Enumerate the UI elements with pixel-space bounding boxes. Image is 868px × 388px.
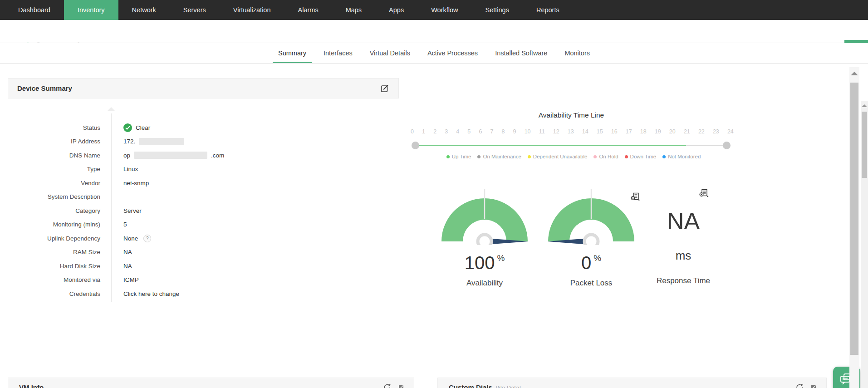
nav-item-network[interactable]: Network [118,0,170,20]
tab-active-processes[interactable]: Active Processes [426,43,480,63]
custom-dials-panel: Custom Dials [No Data] [437,378,827,388]
tab-installed-software[interactable]: Installed Software [493,43,549,63]
slider-handle-end[interactable] [723,142,731,149]
timeline-legend: Up Time On Maintenance Dependent Unavail… [412,154,735,159]
help-icon[interactable]: ? [143,235,151,242]
timeline-tick: 23 [713,128,719,135]
tab-summary[interactable]: Summary [276,43,308,63]
response-time-value: NA [638,205,729,237]
timeline-tick: 17 [626,128,632,135]
refresh-icon[interactable] [796,383,804,388]
device-summary-header: Device Summary [8,78,399,98]
field-category: Category Server [8,204,399,218]
window-scrollbar[interactable] [861,101,868,388]
availability-value: 100% [439,248,530,273]
field-ip-address: IP Address 172. [8,135,399,149]
timeline-tick: 22 [698,128,705,135]
availability-timeline-title: Availability Time Line [435,111,707,119]
gauge-dial [439,182,530,245]
tab-monitors[interactable]: Monitors [563,43,592,63]
nav-item-inventory[interactable]: Inventory [64,0,118,20]
legend-up-time: Up Time [446,154,471,159]
resize-icon[interactable] [398,385,404,388]
nav-item-dashboard[interactable]: Dashboard [5,0,64,20]
timeline-slider [412,141,734,149]
status-clear-icon [123,123,132,132]
field-monitoring-interval: Monitoring (mins) 5 [8,218,399,232]
timeline-tick: 6 [479,128,482,135]
nav-item-apps[interactable]: Apps [375,0,417,20]
timeline-tick: 19 [655,128,661,135]
top-navigation: Dashboard Inventory Network Servers Virt… [0,0,868,20]
legend-dependent-unavailable: Dependent Unavailable [528,154,588,159]
field-system-description: System Description [8,190,399,204]
dns-prefix: op [123,152,130,159]
opmanager-app: Dashboard Inventory Network Servers Virt… [0,0,868,388]
nav-item-workflow[interactable]: Workflow [417,0,471,20]
nav-item-alarms[interactable]: Alarms [284,0,332,20]
timeline-tick: 9 [513,128,516,135]
timeline-tick: 2 [433,128,436,135]
scrollbar-thumb[interactable] [850,83,858,355]
field-uplink-dependency: Uplink Dependency None ? [8,231,399,246]
refresh-icon[interactable] [383,383,391,388]
scroll-up-arrow[interactable] [862,104,867,107]
legend-dot [593,155,597,158]
edit-device-icon[interactable] [381,84,389,93]
slider-handle-start[interactable] [412,142,419,149]
status-value: Clear [136,124,150,131]
timeline-tick: 0 [411,128,414,135]
legend-on-hold: On Hold [593,154,618,159]
tab-virtual-details[interactable]: Virtual Details [368,43,412,63]
field-dns-name: DNS Name op .com [8,148,399,162]
content-scrollbar[interactable] [849,67,859,388]
empty-track [686,145,727,146]
timeline-tick: 5 [467,128,471,135]
timeline-tick: 12 [553,128,559,135]
nav-item-settings[interactable]: Settings [472,0,523,20]
redacted-ip [139,138,184,145]
scroll-up-arrow[interactable] [851,72,858,75]
packet-loss-gauge: 0% Packet Loss [546,182,637,288]
legend-not-monitored: Not Monitored [662,154,701,159]
nav-item-reports[interactable]: Reports [523,0,573,20]
packet-loss-report-icon[interactable] [631,192,640,201]
field-credentials: Credentials Click here to change [8,287,399,301]
legend-dot [662,155,666,158]
dns-suffix: .com [211,152,224,159]
timeline-tick: 18 [640,128,647,135]
availability-gauge: 100% Availability [439,182,530,288]
uptime-track [415,145,686,146]
timeline-tick: 15 [597,128,603,135]
packet-loss-label: Packet Loss [546,279,637,288]
collapse-caret-icon[interactable] [107,107,115,111]
vm-info-panel: VM Info [8,378,414,388]
legend-on-maintenance: On Maintenance [477,154,521,159]
field-ram-size: RAM Size NA [8,246,399,260]
vm-info-title: VM Info [19,383,44,388]
nav-item-servers[interactable]: Servers [170,0,220,20]
legend-dot [446,155,450,158]
timeline-tick: 8 [502,128,505,135]
scrollbar-thumb[interactable] [862,112,867,178]
nav-item-maps[interactable]: Maps [332,0,375,20]
timeline-tick: 11 [539,128,545,135]
timeline-tick: 21 [684,128,690,135]
device-summary-panel: Device Summary Status Clear [8,78,399,98]
field-status: Status Clear [8,121,399,135]
response-time-report-icon[interactable] [699,189,709,197]
timeline-tick: 16 [611,128,618,135]
availability-label: Availability [439,279,530,288]
legend-dot [625,155,628,158]
response-time-label: Response Time [638,276,729,285]
no-data-badge: [No Data] [496,384,521,388]
timeline-tick: 3 [445,128,448,135]
change-credentials-link[interactable]: Click here to change [123,290,179,297]
nav-item-virtualization[interactable]: Virtualization [220,0,284,20]
timeline-tick: 13 [568,128,574,135]
timeline-tick: 24 [727,128,734,135]
tab-interfaces[interactable]: Interfaces [322,43,354,63]
device-tabs: Summary Interfaces Virtual Details Activ… [0,43,868,64]
resize-icon[interactable] [811,385,816,388]
redacted-dns [134,152,207,159]
